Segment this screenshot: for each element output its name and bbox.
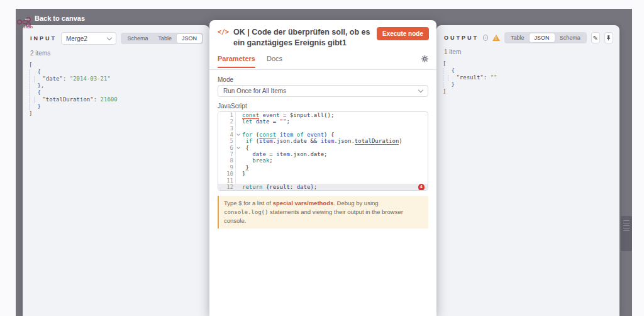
modal-header: </> OK | Code der überprüfen soll, ob es… (209, 20, 436, 48)
line-number: 8 (218, 157, 236, 164)
code-line[interactable]: 6 { (218, 145, 428, 151)
json-line[interactable]: } (29, 103, 209, 110)
tab-docs[interactable]: Docs (267, 55, 282, 68)
code-line[interactable]: 2let date = ""; (218, 118, 428, 125)
code-line[interactable]: 9 } (218, 164, 428, 171)
hint-text: . Debug by using (333, 200, 378, 206)
code-text: } (236, 164, 428, 171)
back-to-canvas-button[interactable]: ← Back to canvas (23, 13, 85, 23)
tab-json[interactable]: JSON (530, 33, 555, 42)
tab-schema[interactable]: Schema (122, 34, 153, 43)
json-line[interactable]: }, (29, 82, 209, 89)
line-number: 7 (218, 151, 236, 157)
code-text: break; (236, 157, 428, 164)
json-line[interactable]: { (443, 67, 619, 74)
json-line[interactable]: ] (443, 88, 619, 95)
json-line[interactable]: "date": "2014-03-21" (29, 76, 209, 82)
json-line[interactable]: "result": "" (443, 74, 619, 81)
line-number: 4 (218, 132, 236, 138)
console-log-code: console.log() (224, 209, 268, 215)
line-number: 11 (218, 178, 236, 184)
hint-text: Type $ for a list of (224, 200, 273, 206)
output-json-viewer[interactable]: [ { "result": "" } ] (436, 55, 619, 95)
code-text: { (236, 145, 428, 151)
line-number: 9 (218, 164, 236, 171)
n8n-logo-text: n8n (24, 24, 33, 30)
pin-data-button[interactable] (604, 32, 613, 43)
code-line[interactable]: 7 date = item.json.date; (218, 151, 428, 157)
json-line[interactable]: { (29, 69, 209, 76)
line-number: 2 (218, 118, 236, 125)
mode-label: Mode (218, 76, 428, 83)
mode-select[interactable]: Run Once for All Items (218, 85, 428, 97)
json-line[interactable]: { (29, 89, 209, 96)
javascript-label: JavaScript (218, 103, 428, 110)
code-text: const event = $input.all(); (236, 112, 428, 118)
output-panel: OUTPUT i ! TableJSONSchema ✎ 1 item [ { … (436, 25, 619, 316)
input-label: INPUT (30, 35, 57, 42)
line-number: 12 (218, 184, 236, 190)
code-text: date = item.json.date; (236, 151, 428, 157)
code-editor[interactable]: 1const event = $input.all();2let date = … (218, 111, 428, 191)
code-line[interactable]: 4for (const item of event) { (218, 132, 428, 138)
code-text (236, 178, 428, 184)
json-line[interactable]: ] (29, 110, 209, 117)
json-line[interactable]: [ (443, 60, 619, 67)
line-number: 6 (218, 145, 236, 151)
tab-table[interactable]: Table (506, 33, 530, 42)
input-json-viewer[interactable]: [ { "date": "2014-03-21" }, { "totalDura… (23, 57, 209, 117)
warning-icon[interactable]: ! (492, 35, 500, 41)
code-node-icon: </> (218, 28, 229, 35)
output-view-tabs: TableJSONSchema (504, 32, 587, 43)
code-text: return {result: date}; (236, 184, 428, 190)
tab-table[interactable]: Table (153, 34, 177, 43)
code-line[interactable]: 11 (218, 178, 428, 184)
back-arrow-icon: ← (23, 13, 31, 23)
tab-schema[interactable]: Schema (555, 33, 586, 42)
line-number: 10 (218, 171, 236, 177)
code-line[interactable]: 5 if (item.json.date && item.json.totalD… (218, 138, 428, 144)
input-panel: INPUT Merge2 SchemaTableJSON 2 items [ {… (23, 25, 209, 316)
mode-value: Run Once for All Items (223, 87, 419, 94)
code-line[interactable]: 8 break; (218, 157, 428, 164)
json-line[interactable]: } (443, 81, 619, 88)
json-line[interactable]: [ (29, 62, 209, 69)
modal-tabs: ParametersDocs (209, 48, 436, 70)
pencil-icon: ✎ (593, 35, 598, 42)
code-line[interactable]: 1const event = $input.all(); (218, 112, 428, 118)
line-number: 5 (218, 138, 236, 144)
code-line[interactable]: 10} (218, 171, 428, 177)
output-items-count: 1 item (436, 43, 619, 55)
code-text: let date = ""; (236, 118, 428, 125)
input-view-tabs: SchemaTableJSON (121, 33, 203, 44)
background-sticky-note (621, 216, 632, 251)
edit-output-button[interactable]: ✎ (591, 32, 600, 43)
code-text: if (item.json.date && item.json.totalDur… (236, 138, 428, 144)
input-source-select[interactable]: Merge2 (61, 32, 116, 45)
input-source-value: Merge2 (66, 35, 108, 42)
chevron-down-icon (418, 87, 423, 93)
node-title[interactable]: OK | Code der überprüfen soll, ob es ein… (233, 27, 372, 48)
node-settings-gear[interactable] (421, 54, 429, 69)
code-text: } (236, 171, 428, 177)
tab-parameters[interactable]: Parameters (218, 55, 255, 68)
info-icon[interactable]: i (483, 35, 488, 41)
code-text (236, 125, 428, 132)
pin-icon (606, 35, 612, 41)
chevron-down-icon (107, 35, 112, 40)
tab-json[interactable]: JSON (177, 34, 202, 43)
json-line[interactable]: "totalDuration": 21600 (29, 96, 209, 103)
error-count-badge[interactable]: 4 (418, 184, 425, 191)
line-number: 3 (218, 125, 236, 132)
node-settings-modal: </> OK | Code der überprüfen soll, ob es… (209, 20, 436, 316)
back-label: Back to canvas (35, 14, 85, 22)
line-number: 1 (218, 112, 236, 118)
input-panel-header: INPUT Merge2 SchemaTableJSON (23, 25, 209, 45)
special-vars-link[interactable]: special vars/methods (273, 200, 334, 206)
code-line[interactable]: 12return {result: date};4 (218, 184, 428, 190)
output-panel-header: OUTPUT i ! TableJSONSchema ✎ (436, 25, 619, 43)
input-items-count: 2 items (23, 45, 209, 57)
output-label: OUTPUT (444, 35, 479, 41)
execute-node-button[interactable]: Execute node (377, 27, 429, 40)
code-line[interactable]: 3 (218, 125, 428, 132)
